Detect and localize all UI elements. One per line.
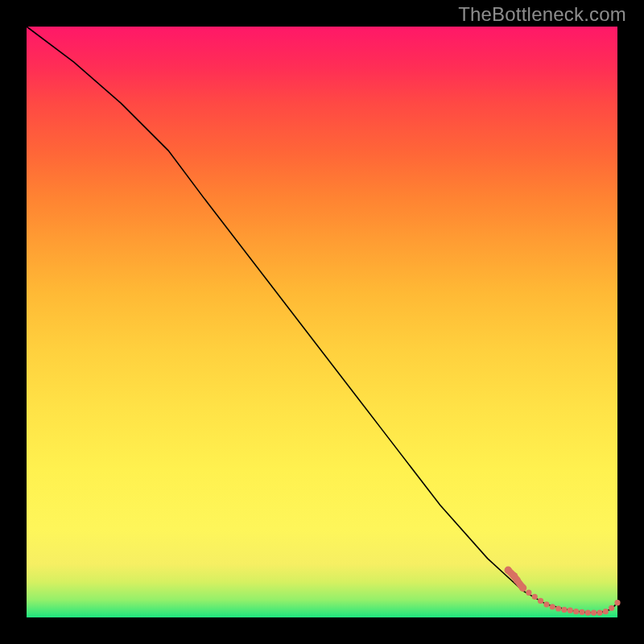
marker-dot <box>543 601 549 607</box>
marker-dot <box>519 584 526 592</box>
marker-dot <box>579 609 584 615</box>
marker-dot <box>532 594 538 600</box>
marker-dot <box>526 590 531 596</box>
marker-group <box>505 567 621 616</box>
chart-root: { "attribution": "TheBottleneck.com", "c… <box>0 0 644 644</box>
plot-area <box>27 27 617 617</box>
marker-dot <box>603 609 609 614</box>
marker-dot <box>573 609 579 614</box>
marker-dot <box>555 605 561 611</box>
marker-dot <box>505 567 512 574</box>
attribution-text: TheBottleneck.com <box>458 3 626 26</box>
marker-dot <box>550 604 555 609</box>
marker-dot <box>585 610 591 616</box>
marker-dot <box>591 610 597 616</box>
marker-dot <box>568 608 573 613</box>
bottleneck-curve <box>27 27 617 613</box>
marker-dot <box>538 598 543 604</box>
marker-dot <box>514 576 521 584</box>
marker-dot <box>609 605 614 611</box>
marker-dot <box>597 610 602 616</box>
marker-dot <box>614 600 620 605</box>
marker-dot <box>561 607 567 613</box>
chart-svg <box>27 27 617 617</box>
